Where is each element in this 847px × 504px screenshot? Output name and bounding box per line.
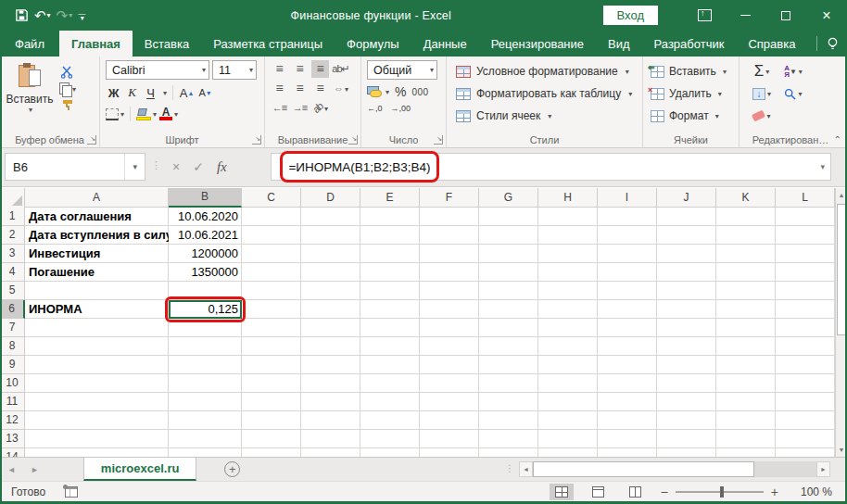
tab-formulas[interactable]: Формулы — [335, 31, 411, 57]
cell-B2[interactable]: 10.06.2021 — [169, 226, 242, 245]
collapse-ribbon-icon[interactable]: ⌃ — [834, 134, 841, 145]
tab-home[interactable]: Главная — [59, 31, 133, 57]
select-all-corner[interactable] — [0, 188, 25, 208]
cell-A1[interactable]: Дата соглашения — [25, 208, 169, 226]
zoom-slider-thumb[interactable] — [720, 486, 724, 498]
name-box[interactable]: B6 ▾ — [5, 153, 145, 181]
tab-help[interactable]: Справка — [736, 31, 807, 57]
clear-icon[interactable]: ▾ — [747, 112, 777, 120]
cell-A3[interactable]: Инвестиция — [25, 245, 169, 263]
row-header-9[interactable]: 9 — [0, 356, 25, 374]
number-dialog-launcher[interactable]: ↘ — [434, 135, 443, 145]
maximize-icon[interactable] — [765, 0, 806, 31]
underline-button[interactable]: Ч — [143, 84, 158, 101]
minimize-icon[interactable] — [725, 0, 765, 31]
enter-icon[interactable]: ✓ — [193, 159, 204, 174]
format-painter-icon[interactable] — [59, 99, 76, 112]
row-header-2[interactable]: 2 — [0, 226, 25, 245]
font-color-icon[interactable]: А▾ — [159, 107, 178, 120]
column-header-F[interactable]: F — [420, 188, 479, 208]
decrease-indent-icon[interactable]: ←≡ — [271, 99, 288, 117]
cell-B1[interactable]: 10.06.2020 — [169, 208, 242, 226]
scroll-left-icon[interactable]: ◄ — [519, 461, 533, 477]
sheet-tab-active[interactable]: microexcel.ru — [83, 458, 197, 481]
column-header-G[interactable]: G — [479, 188, 538, 208]
sheet-nav-left-icon[interactable]: ◄ — [0, 458, 23, 481]
alignment-dialog-launcher[interactable]: ↘ — [348, 135, 358, 145]
column-header-H[interactable]: H — [538, 188, 598, 208]
format-cells-button[interactable]: Формат ▾ — [651, 105, 735, 127]
horizontal-scrollbar[interactable]: ⋮ ◄ ► — [519, 461, 830, 477]
signin-button[interactable]: Вход — [603, 6, 658, 25]
expand-formula-bar-icon[interactable]: ▾ — [820, 162, 825, 171]
row-header-10[interactable]: 10 — [0, 374, 25, 393]
increase-decimal-icon[interactable]: ←,0 — [367, 105, 383, 112]
zoom-level[interactable]: 100 % — [791, 485, 832, 498]
undo-dropdown-icon[interactable]: ▾ — [47, 11, 51, 19]
row-header-14[interactable]: 14 — [0, 448, 25, 457]
cell-styles-button[interactable]: Стили ячеек ▾ — [456, 105, 638, 127]
merge-center-icon[interactable]: ⇔▾ — [332, 80, 349, 97]
sheet-nav-right-icon[interactable]: ► — [23, 458, 46, 481]
paste-button[interactable]: Вставить ▾ — [6, 60, 54, 132]
column-header-L[interactable]: L — [776, 188, 835, 208]
accounting-format-icon[interactable]: ▾ — [367, 85, 389, 98]
zoom-slider[interactable] — [676, 491, 764, 493]
bold-button[interactable]: Ж — [106, 84, 121, 101]
wrap-text-icon[interactable]: ab↵ — [332, 60, 349, 78]
font-size-select[interactable]: 11▾ — [212, 60, 257, 80]
row-header-7[interactable]: 7 — [0, 319, 25, 337]
delete-cells-button[interactable]: × Удалить ▾ — [651, 82, 735, 105]
clipboard-dialog-launcher[interactable]: ↘ — [87, 135, 96, 145]
comma-style-icon[interactable]: 000 — [411, 87, 428, 97]
column-header-J[interactable]: J — [657, 188, 716, 208]
number-format-select[interactable]: Общий▾ — [367, 60, 437, 80]
percent-style-icon[interactable]: % — [395, 84, 406, 99]
grow-font-button[interactable]: А▲ — [179, 84, 195, 101]
fill-icon[interactable]: ↓▾ — [747, 88, 777, 100]
column-header-A[interactable]: A — [25, 188, 169, 208]
align-center-icon[interactable]: ≡ — [291, 80, 309, 97]
name-box-dropdown-icon[interactable]: ▾ — [124, 154, 145, 180]
tab-page-layout[interactable]: Разметка страницы — [201, 31, 335, 57]
close-icon[interactable]: × — [806, 0, 847, 31]
formula-bar-resize-handle[interactable]: ⋮ — [151, 159, 162, 171]
column-header-B[interactable]: B — [169, 188, 242, 208]
copy-icon[interactable]: ▾ — [59, 82, 76, 95]
save-icon[interactable] — [15, 8, 29, 22]
increase-indent-icon[interactable]: →≡ — [291, 99, 309, 117]
tab-insert[interactable]: Вставка — [133, 31, 201, 57]
row-header-4[interactable]: 4 — [0, 263, 25, 282]
find-select-icon[interactable]: ▾ — [777, 88, 810, 100]
scroll-right-icon[interactable]: ► — [816, 461, 830, 477]
row-header-5[interactable]: 5 — [0, 282, 25, 300]
row-header-6[interactable]: 6 — [0, 300, 25, 319]
column-header-C[interactable]: C — [242, 188, 301, 208]
tab-file[interactable]: Файл — [0, 31, 59, 57]
horizontal-scroll-track[interactable] — [533, 461, 816, 477]
redo-button[interactable]: ↷▾ — [57, 7, 73, 24]
undo-button[interactable]: ↶▾ — [34, 7, 51, 24]
view-page-break-icon[interactable] — [624, 484, 648, 500]
tell-me-button[interactable]: Помощн — [827, 37, 847, 51]
tab-view[interactable]: Вид — [596, 31, 642, 57]
redo-dropdown-icon[interactable]: ▾ — [69, 11, 72, 19]
cut-icon[interactable] — [59, 66, 76, 79]
cancel-icon[interactable]: × — [172, 159, 180, 174]
cell-B3[interactable]: 1200000 — [169, 245, 242, 263]
macro-record-icon[interactable] — [65, 486, 78, 498]
italic-button[interactable]: К — [124, 84, 140, 101]
zoom-in-icon[interactable]: + — [771, 485, 778, 499]
horizontal-scroll-thumb[interactable] — [533, 461, 754, 477]
view-page-layout-icon[interactable] — [587, 484, 611, 500]
cell-A4[interactable]: Погашение — [25, 263, 169, 282]
column-header-D[interactable]: D — [301, 188, 360, 208]
borders-icon[interactable]: ▾ — [106, 108, 124, 120]
align-left-icon[interactable]: ≡ — [271, 80, 288, 97]
paste-dropdown-icon[interactable]: ▾ — [29, 106, 32, 114]
align-middle-icon[interactable]: ≡ — [291, 60, 309, 78]
cell-B4[interactable]: 1350000 — [169, 263, 242, 282]
align-top-icon[interactable]: ≡ — [271, 60, 288, 78]
tab-developer[interactable]: Разработчик — [642, 31, 737, 57]
tab-review[interactable]: Рецензирование — [479, 31, 596, 57]
